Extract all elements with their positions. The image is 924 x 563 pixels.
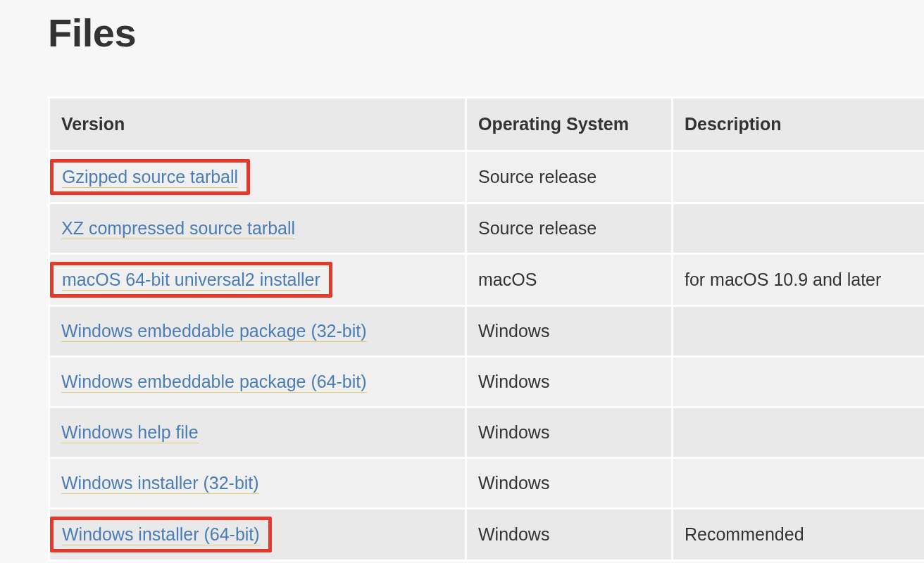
cell-desc <box>673 407 925 458</box>
highlight-box: macOS 64-bit universal2 installer <box>50 262 332 298</box>
download-link[interactable]: Windows embeddable package (64-bit) <box>61 372 367 393</box>
highlight-box: Windows installer (64-bit) <box>50 517 272 552</box>
cell-os: Windows <box>466 357 673 407</box>
download-link[interactable]: Windows installer (64-bit) <box>62 524 260 545</box>
download-link[interactable]: Gzipped source tarball <box>62 167 238 188</box>
cell-os: Windows <box>466 407 673 458</box>
cell-version: Windows help file <box>49 407 466 458</box>
col-desc: Description <box>673 98 925 151</box>
cell-desc <box>673 203 925 254</box>
cell-desc <box>673 357 925 407</box>
table-row: Windows help fileWindows <box>49 407 925 458</box>
cell-version: Windows embeddable package (32-bit) <box>49 306 466 357</box>
cell-version: macOS 64-bit universal2 installer <box>49 254 466 306</box>
table-row: Gzipped source tarballSource release <box>49 151 925 203</box>
page-title: Files <box>48 10 924 56</box>
download-link[interactable]: macOS 64-bit universal2 installer <box>62 270 320 291</box>
cell-desc <box>673 458 925 509</box>
table-row: Windows installer (32-bit)Windows <box>49 458 925 509</box>
cell-desc: Recommended <box>673 509 925 561</box>
cell-os: Windows <box>466 306 673 357</box>
cell-os: Windows <box>466 458 673 509</box>
cell-os: Source release <box>466 151 673 203</box>
cell-os: Windows <box>466 509 673 561</box>
cell-desc <box>673 151 925 203</box>
cell-os: Source release <box>466 203 673 254</box>
highlight-box: Gzipped source tarball <box>50 159 250 195</box>
download-link[interactable]: Windows help file <box>61 422 199 443</box>
table-row: Windows installer (64-bit)WindowsRecomme… <box>49 509 925 561</box>
cell-version: Gzipped source tarball <box>49 151 466 203</box>
table-row: XZ compressed source tarballSource relea… <box>49 203 925 254</box>
cell-version: Windows embeddable package (64-bit) <box>49 357 466 407</box>
files-table: Version Operating System Description Gzi… <box>48 96 924 562</box>
col-os: Operating System <box>466 98 673 151</box>
download-link[interactable]: XZ compressed source tarball <box>61 218 295 239</box>
cell-desc: for macOS 10.9 and later <box>673 254 925 306</box>
table-header-row: Version Operating System Description <box>49 98 925 151</box>
cell-version: XZ compressed source tarball <box>49 203 466 254</box>
download-link[interactable]: Windows installer (32-bit) <box>61 473 259 494</box>
table-row: macOS 64-bit universal2 installermacOSfo… <box>49 254 925 306</box>
table-row: Windows embeddable package (64-bit)Windo… <box>49 357 925 407</box>
cell-os: macOS <box>466 254 673 306</box>
cell-version: Windows installer (32-bit) <box>49 458 466 509</box>
cell-version: Windows installer (64-bit) <box>49 509 466 561</box>
col-version: Version <box>49 98 466 151</box>
cell-desc <box>673 306 925 357</box>
download-link[interactable]: Windows embeddable package (32-bit) <box>61 321 367 342</box>
table-row: Windows embeddable package (32-bit)Windo… <box>49 306 925 357</box>
